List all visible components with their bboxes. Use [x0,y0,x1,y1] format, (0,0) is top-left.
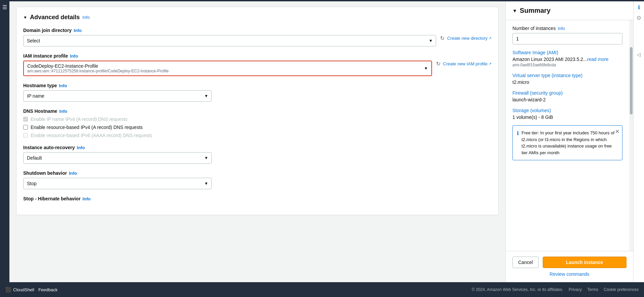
stop-hibernate-field: Stop - Hibernate behavior Info [23,196,492,201]
shutdown-behavior-select-wrapper: Stop ▼ [23,178,212,189]
summary-header: ▼ Summary [506,1,633,20]
summary-body: Number of instances Info Software Image … [506,20,629,251]
menu-icon[interactable]: ☰ [2,4,7,10]
domain-join-info[interactable]: Info [74,28,82,33]
footer-buttons: Cancel Launch instance [512,257,627,268]
auto-recovery-label: Instance auto-recovery Info [23,145,492,150]
left-panel: ▼ Advanced details Info Domain join dire… [9,1,505,282]
pin-icon[interactable]: ◁ [637,52,641,57]
create-directory-link[interactable]: Create new directory ↗ [447,36,492,41]
auto-recovery-field: Instance auto-recovery Info Default ▼ [23,145,492,164]
free-tier-text: Free tier: In your first year includes 7… [522,130,618,156]
dns-ipv6-checkbox[interactable] [23,133,28,138]
iam-create-link: Create new IAM profile ↗ [443,61,492,66]
instance-type-label[interactable]: Virtual server type (instance type) [512,73,622,78]
hostname-type-select[interactable]: IP name [23,90,212,102]
num-instances-input[interactable] [512,33,622,44]
num-instances-field: Number of instances Info [512,26,622,44]
advanced-details-card: ▼ Advanced details Info Domain join dire… [16,7,499,215]
cancel-button[interactable]: Cancel [512,257,539,268]
dns-resource-ipv4-checkbox[interactable] [23,125,28,130]
hostname-select-wrapper: IP name ▼ [23,90,212,102]
domain-join-row: Select ▼ ↻ Create new directory ↗ [23,35,492,46]
review-commands-link[interactable]: Review commands [512,271,627,277]
iam-select-wrapper[interactable]: CodeDeploy-EC2-Instance-Profile arn:aws:… [23,61,432,76]
shutdown-behavior-field: Shutdown behavior Info Stop ▼ [23,170,492,189]
shutdown-behavior-label: Shutdown behavior Info [23,170,492,176]
num-instances-info[interactable]: Info [558,26,565,31]
iam-actions: ↻ Create new IAM profile ↗ [436,61,492,67]
iam-external-link-icon: ↗ [489,62,492,66]
cloudshell-label: CloudShell [13,287,34,292]
main-wrapper: ☰ ▼ Advanced details Info Domain join di… [0,1,644,282]
firewall-label[interactable]: Firewall (security group) [512,90,622,96]
collapse-triangle[interactable]: ▼ [23,15,27,20]
scrollbar-thumb [630,47,633,114]
help-icon[interactable]: ℹ [638,4,640,10]
dns-hostname-info[interactable]: Info [59,109,67,114]
iam-profile-label: IAM instance profile Info [23,53,492,59]
stop-hibernate-info[interactable]: Info [82,196,91,201]
copyright-text: © 2024, Amazon Web Services, Inc. or its… [472,287,563,292]
auto-recovery-info[interactable]: Info [77,145,85,150]
free-tier-close-button[interactable]: ✕ [615,128,619,135]
software-image-field: Software Image (AMI) Amazon Linux 2023 A… [512,50,622,67]
iam-profile-name: CodeDeploy-EC2-Instance-Profile [27,63,419,69]
auto-recovery-select[interactable]: Default [23,152,212,164]
terms-link[interactable]: Terms [587,287,598,292]
summary-title-row: ▼ Summary [512,7,627,14]
hostname-type-field: Hostname type Info IP name ▼ [23,83,492,102]
ami-id: ami-0ae8f15ae66fe8cda [512,63,622,67]
privacy-link[interactable]: Privacy [569,287,582,292]
section-title: Advanced details [30,14,80,21]
bottom-right: © 2024, Amazon Web Services, Inc. or its… [472,287,639,292]
domain-join-field: Domain join directory Info Select ▼ ↻ [23,28,492,46]
summary-scrollbar[interactable] [629,20,633,251]
iam-refresh[interactable]: ↻ [436,61,440,67]
free-tier-info-icon: ℹ [517,130,519,136]
iam-profile-field: IAM instance profile Info CodeDeploy-EC2… [23,53,492,76]
hostname-type-info[interactable]: Info [59,83,67,88]
content-area: ▼ Advanced details Info Domain join dire… [9,1,644,282]
domain-join-refresh[interactable]: ↻ [440,35,444,41]
far-right-icons: ℹ ⊙ ◁ [633,1,644,282]
summary-collapse-triangle[interactable]: ▼ [512,8,517,13]
dns-checkbox-ipv6: Enable resource-based IPv6 (AAAA record)… [23,133,492,138]
cloudshell-button[interactable]: ⬛ CloudShell [5,287,34,292]
read-more-link[interactable]: read more [587,57,609,62]
external-link-icon: ↗ [489,36,492,40]
dns-hostname-field: DNS Hostname Info Enable IP name IPv4 (A… [23,108,492,138]
dns-ipv4-name-checkbox[interactable] [23,117,28,122]
iam-profile-arn: arn:aws:iam::471112575258:instance-profi… [27,69,419,73]
free-tier-box: ✕ ℹ Free tier: In your first year includ… [512,125,622,160]
advanced-details-header: ▼ Advanced details Info [23,14,492,21]
globe-icon[interactable]: ⊙ [637,14,641,21]
dns-checkbox-ipv4-name: Enable IP name IPv4 (A record) DNS reque… [23,117,492,122]
free-tier-header: ℹ Free tier: In your first year includes… [517,130,618,156]
advanced-details-info-link[interactable]: Info [82,15,90,20]
launch-instance-button[interactable]: Launch instance [543,257,627,268]
cookie-preferences-link[interactable]: Cookie preferences [604,287,639,292]
domain-join-select-wrapper: Select ▼ [23,35,436,46]
hostname-type-label: Hostname type Info [23,83,492,88]
sidebar-strip: ☰ [0,1,9,282]
storage-label[interactable]: Storage (volumes) [512,108,622,113]
iam-chevron-icon: ▼ [424,66,428,71]
software-image-label[interactable]: Software Image (AMI) [512,50,622,55]
summary-footer: Cancel Launch instance Review commands [506,251,633,282]
stop-hibernate-label: Stop - Hibernate behavior Info [23,196,492,201]
summary-title: Summary [520,7,550,14]
shutdown-behavior-info[interactable]: Info [69,171,77,176]
feedback-button[interactable]: Feedback [38,287,58,292]
firewall-field: Firewall (security group) launch-wizard-… [512,90,622,102]
iam-profile-row: CodeDeploy-EC2-Instance-Profile arn:aws:… [23,61,492,76]
dns-hostname-label: DNS Hostname Info [23,108,492,114]
num-instances-label-row: Number of instances Info [512,26,622,31]
iam-profile-info[interactable]: Info [70,54,78,59]
instance-type-field: Virtual server type (instance type) t2.m… [512,73,622,85]
domain-join-select[interactable]: Select [23,35,436,46]
firewall-value: launch-wizard-2 [512,97,622,102]
create-iam-profile-link[interactable]: Create new IAM profile ↗ [443,61,492,66]
shutdown-behavior-select[interactable]: Stop [23,178,212,189]
summary-panel: ▼ Summary Number of instances Info [505,1,633,282]
